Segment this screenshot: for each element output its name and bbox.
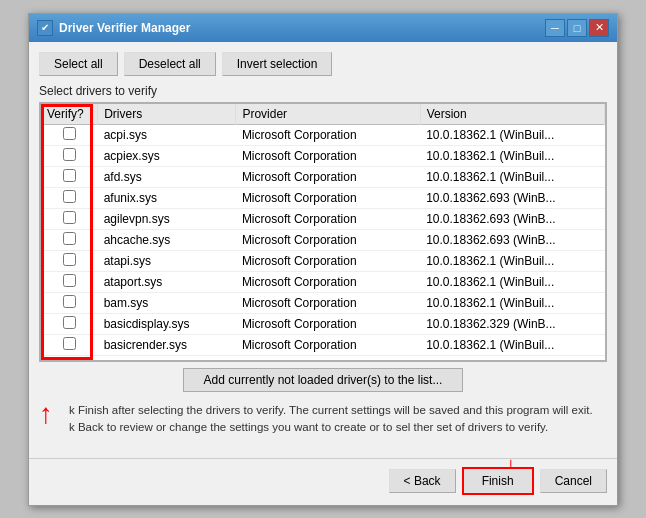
provider-name: Microsoft Corporation bbox=[236, 250, 420, 271]
driver-name: atapi.sys bbox=[98, 250, 236, 271]
provider-name: Microsoft Corporation bbox=[236, 313, 420, 334]
checkbox-cell[interactable] bbox=[41, 271, 98, 292]
driver-name: afunix.sys bbox=[98, 187, 236, 208]
table-row: afunix.sysMicrosoft Corporation10.0.1836… bbox=[41, 187, 605, 208]
table-row: atapi.sysMicrosoft Corporation10.0.18362… bbox=[41, 250, 605, 271]
driver-checkbox[interactable] bbox=[63, 316, 76, 329]
table-row: acpi.sysMicrosoft Corporation10.0.18362.… bbox=[41, 124, 605, 145]
drivers-table: Verify? Drivers Provider Version acpi.sy… bbox=[41, 104, 605, 360]
col-header-verify: Verify? bbox=[41, 104, 98, 125]
deselect-all-button[interactable]: Deselect all bbox=[124, 52, 216, 76]
driver-checkbox[interactable] bbox=[63, 274, 76, 287]
driver-checkbox[interactable] bbox=[63, 295, 76, 308]
checkbox-cell[interactable] bbox=[41, 187, 98, 208]
checkbox-cell[interactable] bbox=[41, 292, 98, 313]
provider-name: Microsoft Corporation bbox=[236, 208, 420, 229]
cancel-button[interactable]: Cancel bbox=[540, 469, 607, 493]
table-header-row: Verify? Drivers Provider Version bbox=[41, 104, 605, 125]
invert-selection-button[interactable]: Invert selection bbox=[222, 52, 333, 76]
checkbox-cell[interactable] bbox=[41, 334, 98, 355]
checkbox-cell[interactable] bbox=[41, 229, 98, 250]
driver-name: bam.sys bbox=[98, 292, 236, 313]
provider-name: Microsoft Corporation bbox=[236, 292, 420, 313]
info-section: ↑ k Finish after selecting the drivers t… bbox=[39, 398, 607, 448]
driver-checkbox[interactable] bbox=[63, 232, 76, 245]
version-text: 10.0.18362.693 (WinB... bbox=[420, 187, 604, 208]
minimize-button[interactable]: ─ bbox=[545, 19, 565, 37]
table-row: battc.sysMicrosoft Corporation10.0.18362… bbox=[41, 355, 605, 360]
checkbox-cell[interactable] bbox=[41, 145, 98, 166]
version-text: 10.0.18362.1 (WinBuil... bbox=[420, 124, 604, 145]
driver-checkbox[interactable] bbox=[63, 211, 76, 224]
driver-checkbox[interactable] bbox=[63, 253, 76, 266]
version-text: 10.0.18362.329 (WinB... bbox=[420, 313, 604, 334]
driver-name: basicrender.sys bbox=[98, 334, 236, 355]
drivers-table-body: acpi.sysMicrosoft Corporation10.0.18362.… bbox=[41, 124, 605, 360]
driver-checkbox[interactable] bbox=[63, 337, 76, 350]
version-text: 10.0.18362.1 (WinBuil... bbox=[420, 271, 604, 292]
finish-button[interactable]: Finish bbox=[462, 467, 534, 495]
drivers-table-container: Verify? Drivers Provider Version acpi.sy… bbox=[39, 102, 607, 362]
section-label: Select drivers to verify bbox=[39, 84, 607, 98]
checkbox-cell[interactable] bbox=[41, 166, 98, 187]
driver-name: afd.sys bbox=[98, 166, 236, 187]
checkbox-cell[interactable] bbox=[41, 313, 98, 334]
table-row: acpiex.sysMicrosoft Corporation10.0.1836… bbox=[41, 145, 605, 166]
maximize-button[interactable]: □ bbox=[567, 19, 587, 37]
driver-checkbox[interactable] bbox=[63, 169, 76, 182]
version-text: 10.0.18362.1 (WinBuil... bbox=[420, 166, 604, 187]
version-text: 10.0.18362.1 (WinBuil... bbox=[420, 292, 604, 313]
driver-name: basicdisplay.sys bbox=[98, 313, 236, 334]
info-line2: k Back to review or change the settings … bbox=[69, 419, 607, 436]
driver-checkbox[interactable] bbox=[63, 358, 76, 360]
table-row: agilevpn.sysMicrosoft Corporation10.0.18… bbox=[41, 208, 605, 229]
title-controls: ─ □ ✕ bbox=[545, 19, 609, 37]
table-row: basicdisplay.sysMicrosoft Corporation10.… bbox=[41, 313, 605, 334]
col-header-drivers: Drivers bbox=[98, 104, 236, 125]
provider-name: Microsoft Corporation bbox=[236, 124, 420, 145]
driver-name: acpi.sys bbox=[98, 124, 236, 145]
driver-checkbox[interactable] bbox=[63, 127, 76, 140]
driver-name: ahcache.sys bbox=[98, 229, 236, 250]
provider-name: Microsoft Corporation bbox=[236, 166, 420, 187]
driver-name: agilevpn.sys bbox=[98, 208, 236, 229]
provider-name: Microsoft Corporation bbox=[236, 271, 420, 292]
back-button[interactable]: < Back bbox=[389, 469, 456, 493]
col-header-provider: Provider bbox=[236, 104, 420, 125]
bottom-bar: ↓ < Back Finish Cancel bbox=[29, 458, 617, 505]
close-button[interactable]: ✕ bbox=[589, 19, 609, 37]
version-text: 10.0.18362.1 (WinBuil... bbox=[420, 145, 604, 166]
title-bar: ✔ Driver Verifier Manager ─ □ ✕ bbox=[29, 14, 617, 42]
driver-name: acpiex.sys bbox=[98, 145, 236, 166]
driver-name: battc.sys bbox=[98, 355, 236, 360]
main-window: ✔ Driver Verifier Manager ─ □ ✕ Select a… bbox=[28, 13, 618, 506]
arrow-left-icon: ↑ bbox=[39, 398, 53, 430]
add-drivers-button[interactable]: Add currently not loaded driver(s) to th… bbox=[183, 368, 464, 392]
checkbox-cell[interactable] bbox=[41, 124, 98, 145]
select-all-button[interactable]: Select all bbox=[39, 52, 118, 76]
provider-name: Microsoft Corporation bbox=[236, 187, 420, 208]
table-row: afd.sysMicrosoft Corporation10.0.18362.1… bbox=[41, 166, 605, 187]
info-line1: k Finish after selecting the drivers to … bbox=[69, 402, 607, 419]
version-text: 10.0.18362.693 (WinB... bbox=[420, 208, 604, 229]
checkbox-cell[interactable] bbox=[41, 250, 98, 271]
provider-name: Microsoft Corporation bbox=[236, 229, 420, 250]
driver-checkbox[interactable] bbox=[63, 148, 76, 161]
info-text: k Finish after selecting the drivers to … bbox=[39, 402, 607, 437]
table-scroll-area[interactable]: Verify? Drivers Provider Version acpi.sy… bbox=[41, 104, 605, 360]
window-icon: ✔ bbox=[37, 20, 53, 36]
window-title: Driver Verifier Manager bbox=[59, 21, 190, 35]
table-row: bam.sysMicrosoft Corporation10.0.18362.1… bbox=[41, 292, 605, 313]
table-row: basicrender.sysMicrosoft Corporation10.0… bbox=[41, 334, 605, 355]
checkbox-cell[interactable] bbox=[41, 355, 98, 360]
version-text: 10.0.18362.1 (WinBuil... bbox=[420, 250, 604, 271]
provider-name: Microsoft Corporation bbox=[236, 334, 420, 355]
version-text: 10.0.18362.693 (WinB... bbox=[420, 229, 604, 250]
table-row: ataport.sysMicrosoft Corporation10.0.183… bbox=[41, 271, 605, 292]
checkbox-cell[interactable] bbox=[41, 208, 98, 229]
driver-checkbox[interactable] bbox=[63, 190, 76, 203]
version-text: 10.0.18362.1 (WinBuil... bbox=[420, 334, 604, 355]
col-header-version: Version bbox=[420, 104, 604, 125]
provider-name: Microsoft Corporation bbox=[236, 145, 420, 166]
title-bar-left: ✔ Driver Verifier Manager bbox=[37, 20, 190, 36]
